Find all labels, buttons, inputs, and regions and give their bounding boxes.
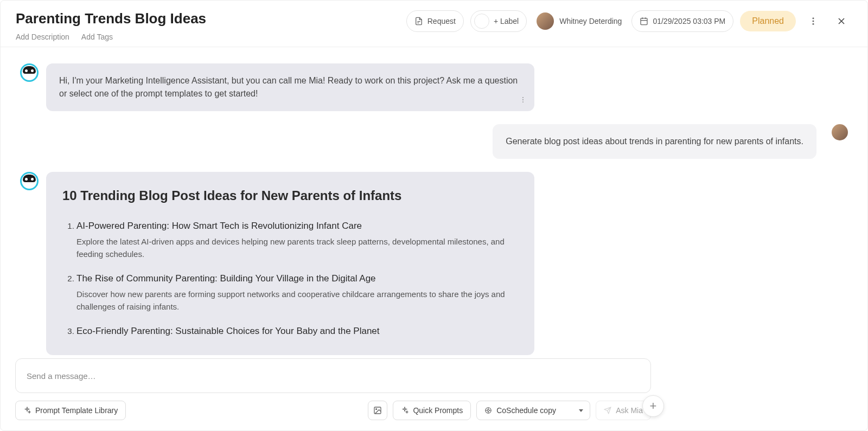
svg-point-16 xyxy=(487,409,489,411)
svg-point-7 xyxy=(813,21,814,22)
prompt-library-label: Prompt Template Library xyxy=(35,406,118,415)
request-button[interactable]: Request xyxy=(406,10,464,32)
owner-name: Whitney Deterding xyxy=(559,17,622,25)
bot-greeting-bubble: Hi, I'm your Marketing Intelligence Assi… xyxy=(46,63,534,111)
workspace-select[interactable]: CoSchedule copy xyxy=(476,401,590,420)
image-button[interactable] xyxy=(368,401,387,420)
avatar-icon xyxy=(537,12,554,30)
user-avatar-icon xyxy=(832,124,848,140)
add-tags-link[interactable]: Add Tags xyxy=(81,33,113,41)
close-button[interactable] xyxy=(831,10,852,32)
quick-prompts-button[interactable]: Quick Prompts xyxy=(393,401,471,420)
workspace-icon xyxy=(484,407,492,414)
svg-point-8 xyxy=(813,23,814,25)
label-circle-icon xyxy=(474,14,489,29)
plus-icon: + xyxy=(650,399,657,413)
item-title: The Rise of Community Parenting: Buildin… xyxy=(76,273,518,284)
item-title: AI-Powered Parenting: How Smart Tech is … xyxy=(76,221,518,231)
more-menu-button[interactable] xyxy=(802,10,824,32)
svg-point-13 xyxy=(522,101,524,102)
document-icon xyxy=(414,17,423,25)
workspace-label: CoSchedule copy xyxy=(496,406,556,415)
item-desc: Explore the latest AI-driven apps and de… xyxy=(76,236,518,260)
item-title: Eco-Friendly Parenting: Sustainable Choi… xyxy=(76,326,518,337)
vertical-dots-icon xyxy=(808,16,818,26)
bot-message-row: Hi, I'm your Marketing Intelligence Assi… xyxy=(20,63,848,111)
owner-chip[interactable]: Whitney Deterding xyxy=(533,10,625,32)
composer: Send a message… Prompt Template Library xyxy=(15,358,651,420)
calendar-icon xyxy=(640,17,648,25)
message-input[interactable]: Send a message… xyxy=(15,358,651,393)
request-label: Request xyxy=(427,17,456,25)
quick-prompts-label: Quick Prompts xyxy=(413,406,463,415)
add-fab-button[interactable]: + xyxy=(642,395,664,417)
bot-response-row: 10 Trending Blog Post Ideas for New Pare… xyxy=(20,172,848,355)
prompt-library-button[interactable]: Prompt Template Library xyxy=(15,401,126,420)
bot-response-bubble: 10 Trending Blog Post Ideas for New Pare… xyxy=(46,172,534,355)
bot-avatar-icon xyxy=(20,172,39,190)
list-item: Eco-Friendly Parenting: Sustainable Choi… xyxy=(76,326,518,337)
label-text: + Label xyxy=(494,17,519,25)
close-icon xyxy=(836,16,847,27)
image-icon xyxy=(373,406,382,415)
response-heading: 10 Trending Blog Post Ideas for New Pare… xyxy=(62,188,518,203)
item-desc: Discover how new parents are forming sup… xyxy=(76,288,518,313)
bot-greeting-text: Hi, I'm your Marketing Intelligence Assi… xyxy=(59,76,518,98)
add-label-button[interactable]: + Label xyxy=(470,10,527,32)
list-item: AI-Powered Parenting: How Smart Tech is … xyxy=(76,221,518,260)
list-item: The Rise of Community Parenting: Buildin… xyxy=(76,273,518,313)
sparkle-icon xyxy=(23,407,31,414)
bot-avatar-icon xyxy=(20,63,39,82)
user-message-row: Generate blog post ideas about trends in… xyxy=(20,124,848,159)
datetime-button[interactable]: 01/29/2025 03:03 PM xyxy=(631,10,733,32)
ask-label: Ask Mia xyxy=(616,406,643,415)
svg-point-11 xyxy=(522,97,524,98)
send-icon xyxy=(604,407,611,414)
message-menu-button[interactable] xyxy=(519,96,527,104)
status-pill[interactable]: Planned xyxy=(740,11,796,31)
header: Parenting Trends Blog Ideas Add Descript… xyxy=(1,1,867,47)
svg-point-15 xyxy=(376,409,377,410)
svg-point-12 xyxy=(522,99,524,100)
svg-rect-2 xyxy=(641,18,647,25)
user-message-text: Generate blog post ideas about trends in… xyxy=(506,137,803,146)
sparkle-icon xyxy=(401,407,409,414)
svg-point-6 xyxy=(813,17,814,19)
user-message-bubble: Generate blog post ideas about trends in… xyxy=(493,124,816,159)
datetime-text: 01/29/2025 03:03 PM xyxy=(653,17,725,25)
response-list: AI-Powered Parenting: How Smart Tech is … xyxy=(62,221,518,337)
add-description-link[interactable]: Add Description xyxy=(16,33,69,41)
page-title: Parenting Trends Blog Ideas xyxy=(16,10,206,27)
